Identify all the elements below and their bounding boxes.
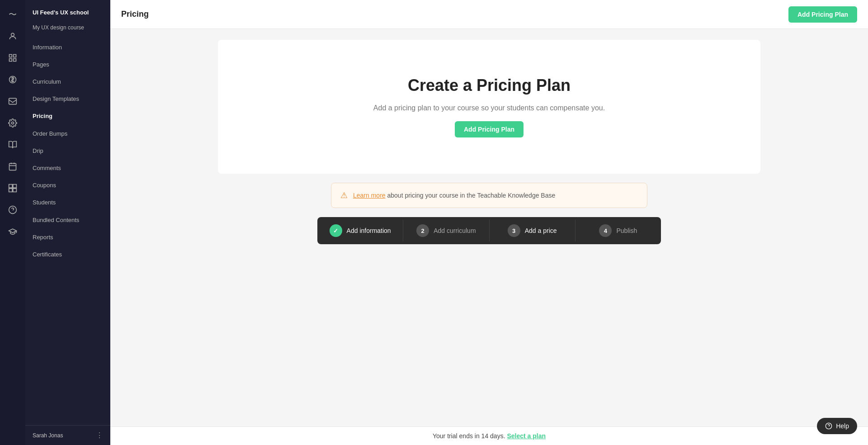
sidebar-item-coupons[interactable]: Coupons bbox=[25, 177, 110, 194]
sidebar-item-comments[interactable]: Comments bbox=[25, 160, 110, 177]
revenue-icon[interactable] bbox=[4, 71, 22, 89]
learn-more-link[interactable]: Learn more bbox=[353, 192, 386, 199]
svg-rect-3 bbox=[9, 59, 12, 62]
step-3-label: Add a price bbox=[525, 227, 557, 234]
user-name: Sarah Jonas bbox=[33, 432, 63, 439]
steps-bar: ✓ Add information 2 Add curriculum 3 Add… bbox=[317, 217, 661, 244]
library-icon[interactable] bbox=[4, 136, 22, 154]
svg-rect-15 bbox=[13, 189, 17, 192]
svg-rect-8 bbox=[9, 163, 16, 170]
step-add-information[interactable]: ✓ Add information bbox=[317, 217, 403, 244]
users-icon[interactable] bbox=[4, 27, 22, 45]
svg-rect-14 bbox=[9, 189, 13, 192]
sidebar-item-bundled-contents[interactable]: Bundled Contents bbox=[25, 212, 110, 229]
help-label: Help bbox=[836, 422, 849, 430]
analytics-icon[interactable]: 〜 bbox=[4, 5, 22, 24]
calendar-icon[interactable] bbox=[4, 157, 22, 175]
user-menu-button[interactable]: ⋮ bbox=[96, 431, 103, 440]
main-content: Pricing Add Pricing Plan Create a Pricin… bbox=[110, 0, 868, 445]
sidebar-item-certificates[interactable]: Certificates bbox=[25, 246, 110, 263]
graduation-icon[interactable] bbox=[4, 222, 22, 241]
sidebar-item-design-templates[interactable]: Design Templates bbox=[25, 90, 110, 108]
info-banner: ⚠ Learn more about pricing your course i… bbox=[331, 183, 647, 208]
add-pricing-plan-header-button[interactable]: Add Pricing Plan bbox=[788, 6, 857, 23]
email-icon[interactable] bbox=[4, 92, 22, 110]
trial-text: Your trial ends in 14 days. bbox=[433, 432, 505, 440]
add-pricing-plan-button[interactable]: Add Pricing Plan bbox=[455, 121, 524, 137]
step-3-number: 3 bbox=[508, 224, 520, 237]
step-add-curriculum[interactable]: 2 Add curriculum bbox=[403, 217, 489, 244]
svg-point-7 bbox=[12, 122, 14, 124]
svg-rect-1 bbox=[9, 55, 12, 57]
step-4-number: 4 bbox=[599, 224, 612, 237]
select-plan-link[interactable]: Select a plan bbox=[507, 432, 546, 440]
sidebar-item-order-bumps[interactable]: Order Bumps bbox=[25, 125, 110, 142]
course-name[interactable]: My UX design course bbox=[25, 21, 110, 39]
sidebar-item-reports[interactable]: Reports bbox=[25, 229, 110, 246]
sidebar-item-drip[interactable]: Drip bbox=[25, 142, 110, 160]
help-icon bbox=[825, 422, 832, 430]
pricing-card-heading: Create a Pricing Plan bbox=[408, 76, 571, 95]
help-button[interactable]: Help bbox=[817, 418, 857, 434]
step-publish[interactable]: 4 Publish bbox=[576, 217, 661, 244]
nav-sidebar: UI Feed's UX school My UX design course … bbox=[25, 0, 110, 445]
step-2-label: Add curriculum bbox=[434, 227, 476, 234]
page-title: Pricing bbox=[121, 9, 149, 19]
school-name: UI Feed's UX school bbox=[25, 0, 110, 21]
svg-rect-13 bbox=[13, 185, 17, 188]
sidebar-item-pages[interactable]: Pages bbox=[25, 56, 110, 73]
sidebar-item-curriculum[interactable]: Curriculum bbox=[25, 73, 110, 90]
step-add-price[interactable]: 3 Add a price bbox=[490, 217, 575, 244]
info-icon: ⚠ bbox=[340, 190, 348, 200]
settings-icon[interactable] bbox=[4, 114, 22, 132]
step-4-label: Publish bbox=[616, 227, 637, 234]
svg-rect-2 bbox=[14, 55, 16, 57]
trial-bar: Your trial ends in 14 days. Select a pla… bbox=[110, 426, 868, 445]
step-1-number: ✓ bbox=[330, 224, 342, 237]
step-1-label: Add information bbox=[347, 227, 391, 234]
user-section: Sarah Jonas ⋮ bbox=[25, 425, 110, 445]
content-area: Create a Pricing Plan Add a pricing plan… bbox=[110, 29, 868, 426]
pricing-card-description: Add a pricing plan to your course so you… bbox=[373, 104, 605, 112]
topbar: Pricing Add Pricing Plan bbox=[110, 0, 868, 29]
svg-rect-6 bbox=[9, 98, 17, 104]
pricing-plan-card: Create a Pricing Plan Add a pricing plan… bbox=[218, 40, 760, 174]
svg-rect-4 bbox=[14, 59, 16, 62]
dashboard-icon[interactable] bbox=[4, 49, 22, 67]
svg-point-0 bbox=[11, 33, 14, 36]
sidebar-item-pricing[interactable]: Pricing bbox=[25, 108, 110, 125]
sidebar-item-information[interactable]: Information bbox=[25, 39, 110, 56]
help-circle-icon[interactable] bbox=[4, 201, 22, 219]
svg-rect-12 bbox=[9, 185, 13, 188]
step-2-number: 2 bbox=[416, 224, 429, 237]
integrations-icon[interactable] bbox=[4, 179, 22, 197]
icon-sidebar: 〜 bbox=[0, 0, 25, 445]
info-banner-text: Learn more about pricing your course in … bbox=[353, 192, 555, 199]
sidebar-item-students[interactable]: Students bbox=[25, 194, 110, 211]
